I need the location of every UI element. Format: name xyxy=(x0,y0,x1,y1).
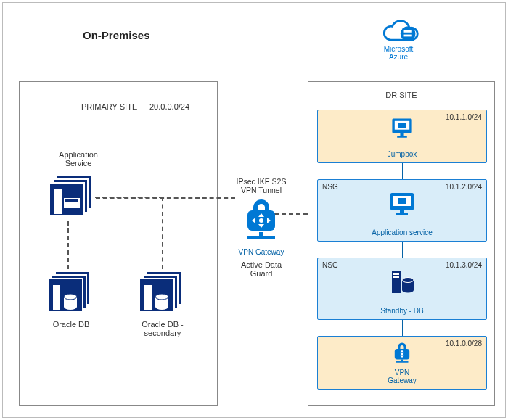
svg-point-14 xyxy=(155,304,168,310)
azure-label: Microsoft Azure xyxy=(355,45,442,61)
svg-point-44 xyxy=(401,353,403,355)
svg-point-41 xyxy=(402,288,414,293)
diagram-canvas: On-Premises Microsoft Azure PRIMARY SITE… xyxy=(2,2,506,418)
svg-rect-24 xyxy=(247,236,250,239)
oracle-db-secondary-label: Oracle DB - secondary xyxy=(130,320,195,337)
svg-rect-34 xyxy=(400,210,404,213)
tile-vpn-gateway: 10.1.0.0/28 VPN Gateway xyxy=(317,336,487,390)
dr-site-box: DR SITE 10.1.1.0/24 Jumpbox NSG 10.1.2.0… xyxy=(308,81,495,406)
vpn-gateway-icon xyxy=(242,197,281,244)
svg-rect-25 xyxy=(272,236,275,239)
active-data-guard-label: Active Data Guard xyxy=(232,260,290,278)
vm-icon xyxy=(388,190,417,219)
svg-rect-11 xyxy=(144,285,152,310)
vpn-gateway-icon xyxy=(390,341,414,366)
svg-rect-47 xyxy=(401,360,403,362)
heading-on-premises: On-Premises xyxy=(83,29,150,41)
standby-label: Standby - DB xyxy=(318,307,486,315)
svg-rect-1 xyxy=(404,30,412,33)
oracle-db-icon xyxy=(47,271,91,314)
svg-rect-38 xyxy=(393,276,399,278)
conn-jumpbox-appsvc xyxy=(402,163,403,179)
svg-rect-3 xyxy=(54,189,62,214)
svg-point-21 xyxy=(259,218,263,223)
conn-app-to-db xyxy=(67,221,69,269)
svg-rect-30 xyxy=(397,136,407,138)
vpngw-cidr: 10.1.0.0/28 xyxy=(446,339,482,347)
tile-app-service: NSG 10.1.2.0/24 Application service xyxy=(317,179,487,242)
svg-rect-2 xyxy=(404,35,412,37)
jumpbox-cidr: 10.1.1.0/24 xyxy=(446,113,482,121)
standby-nsg: NSG xyxy=(322,261,338,269)
cloud-icon xyxy=(377,16,420,44)
primary-site-box: PRIMARY SITE 20.0.0.0/24 Application Ser… xyxy=(19,81,218,406)
appsvc-label: Application service xyxy=(318,228,486,236)
svg-rect-6 xyxy=(53,285,60,310)
vpn-gateway-label: VPN Gateway xyxy=(232,248,290,256)
svg-rect-37 xyxy=(393,273,399,275)
app-service-icon xyxy=(49,175,92,218)
conn-standby-vpngw xyxy=(402,320,403,336)
primary-site-cidr: 20.0.0.0/24 xyxy=(149,102,189,111)
appsvc-cidr: 10.1.2.0/24 xyxy=(446,183,482,191)
divider-dashed xyxy=(3,70,308,70)
svg-rect-28 xyxy=(398,123,406,128)
svg-rect-48 xyxy=(396,361,409,363)
primary-site-title: PRIMARY SITE xyxy=(81,102,137,111)
standby-cidr: 10.1.3.0/24 xyxy=(446,261,482,269)
tile-jumpbox: 10.1.1.0/24 Jumpbox xyxy=(317,110,487,163)
svg-point-0 xyxy=(401,26,416,41)
appsvc-nsg: NSG xyxy=(322,183,338,191)
oracle-db-secondary-icon xyxy=(139,271,182,314)
svg-rect-33 xyxy=(398,198,406,204)
jumpbox-label: Jumpbox xyxy=(318,150,486,158)
vm-icon xyxy=(390,116,414,141)
db-server-icon xyxy=(388,268,417,297)
vpn-gateway-block: IPsec IKE S2S VPN Tunnel VPN Gateway Act… xyxy=(232,177,290,278)
tile-standby-db: NSG 10.1.3.0/24 Standby - DB xyxy=(317,258,487,320)
svg-rect-35 xyxy=(396,213,408,215)
conn-app-to-secondary-v xyxy=(162,197,163,269)
vpngw-label: VPN Gateway xyxy=(318,368,486,384)
azure-logo: Microsoft Azure xyxy=(355,16,442,61)
svg-rect-23 xyxy=(249,236,274,239)
svg-rect-22 xyxy=(259,232,263,236)
ipsec-tunnel-label: IPsec IKE S2S VPN Tunnel xyxy=(232,177,290,194)
dr-site-title: DR SITE xyxy=(308,91,494,99)
oracle-db-label: Oracle DB xyxy=(38,320,104,329)
app-service-label: Application Service xyxy=(46,150,111,168)
conn-primary-to-vpn xyxy=(96,197,235,199)
svg-rect-29 xyxy=(400,133,403,136)
conn-appsvc-standby xyxy=(402,242,403,258)
svg-point-9 xyxy=(64,304,77,310)
svg-rect-5 xyxy=(65,199,78,202)
